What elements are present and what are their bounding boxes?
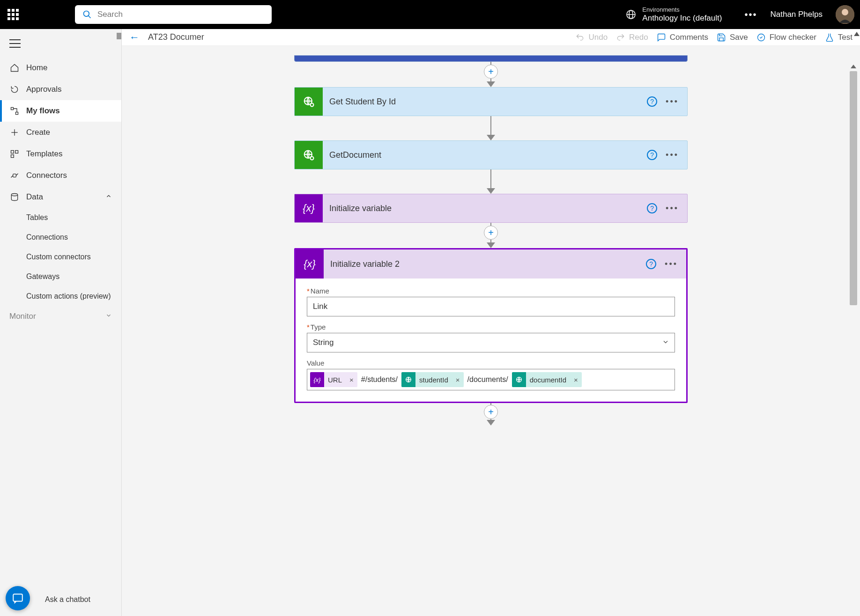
environment-name: Anthology Inc (default) — [642, 14, 722, 23]
flow-canvas[interactable]: + Get Student By Id ?••• GetDocument ?••… — [122, 46, 860, 616]
comments-button[interactable]: Comments — [657, 33, 708, 42]
test-button[interactable]: Test — [825, 33, 853, 42]
name-input[interactable] — [307, 297, 675, 316]
variable-icon: {x} — [310, 372, 324, 387]
help-icon[interactable]: ? — [647, 203, 657, 213]
step-initialize-variable[interactable]: {x} Initialize variable ?••• — [294, 194, 688, 223]
step-get-document[interactable]: GetDocument ?••• — [294, 140, 688, 169]
avatar[interactable] — [836, 5, 854, 24]
sidebar-item-label: Custom actions (preview) — [26, 292, 111, 301]
http-icon — [295, 141, 323, 169]
sidebar-item-create[interactable]: Create — [0, 122, 121, 143]
sidebar-item-connectors[interactable]: Connectors — [0, 165, 121, 186]
step-title: GetDocument — [323, 150, 647, 160]
arrow-icon — [487, 135, 495, 140]
connectors-icon — [9, 170, 20, 181]
sidebar-item-my-flows[interactable]: My flows — [0, 100, 121, 122]
type-select[interactable] — [307, 333, 675, 352]
sidebar-item-label: Create — [26, 128, 50, 137]
svg-point-6 — [842, 9, 848, 15]
plus-icon — [9, 127, 20, 138]
sidebar-item-label: My flows — [26, 106, 60, 116]
redo-label: Redo — [629, 33, 648, 42]
help-icon[interactable]: ? — [647, 150, 657, 160]
help-icon[interactable]: ? — [646, 259, 656, 269]
arrow-icon — [487, 81, 495, 87]
chatbot-button[interactable] — [6, 586, 30, 610]
token-remove-button[interactable]: × — [570, 372, 582, 387]
add-step-button[interactable]: + — [484, 405, 498, 419]
redo-button[interactable]: Redo — [616, 33, 648, 42]
svg-rect-7 — [11, 108, 14, 110]
canvas-scrollbar[interactable] — [850, 65, 857, 305]
sidebar-item-tables[interactable]: Tables — [26, 208, 121, 227]
topbar-more-button[interactable]: ••• — [744, 9, 757, 20]
data-icon — [9, 192, 20, 202]
sidebar-scrollbar[interactable] — [117, 33, 121, 39]
token-label: documentId — [526, 372, 570, 387]
sidebar-item-home[interactable]: Home — [0, 57, 121, 79]
type-field-label: *Type — [307, 323, 675, 331]
svg-rect-16 — [13, 594, 22, 601]
globe-icon — [625, 9, 637, 20]
flow-title: AT23 Documer — [148, 32, 204, 42]
sidebar-item-custom-connectors[interactable]: Custom connectors — [26, 247, 121, 267]
token-remove-button[interactable]: × — [452, 372, 464, 387]
step-title: Get Student By Id — [323, 97, 647, 107]
sidebar-item-monitor[interactable]: Monitor — [0, 306, 121, 327]
sidebar-item-label: Templates — [26, 149, 62, 159]
home-icon — [9, 63, 20, 73]
command-bar: ← AT23 Documer Undo Redo Comments Save F… — [122, 29, 860, 46]
undo-label: Undo — [588, 33, 608, 42]
token-document-id[interactable]: documentId × — [512, 372, 582, 387]
token-url[interactable]: {x} URL × — [310, 372, 357, 387]
sidebar-item-gateways[interactable]: Gateways — [26, 267, 121, 286]
flows-icon — [9, 106, 20, 116]
step-more-button[interactable]: ••• — [665, 259, 678, 269]
step-title: Initialize variable — [323, 204, 647, 213]
add-step-button[interactable]: + — [484, 65, 498, 79]
value-input[interactable]: {x} URL × #/students/ studentId × — [307, 369, 675, 390]
http-icon — [295, 88, 323, 116]
step-initialize-variable-2[interactable]: {x} Initialize variable 2 ?••• *Name *Ty… — [294, 248, 688, 403]
environment-label: Environments — [642, 6, 722, 14]
sidebar-item-label: Home — [26, 63, 47, 73]
sidebar-item-label: Data — [26, 192, 43, 202]
sidebar-item-custom-actions[interactable]: Custom actions (preview) — [26, 286, 121, 306]
undo-button[interactable]: Undo — [575, 33, 608, 42]
sidebar-item-label: Connections — [26, 233, 68, 242]
help-icon[interactable]: ? — [647, 96, 657, 107]
step-get-student-by-id[interactable]: Get Student By Id ?••• — [294, 87, 688, 116]
sidebar-item-data[interactable]: Data — [0, 186, 121, 208]
add-step-button[interactable]: + — [484, 226, 498, 240]
step-title: Initialize variable 2 — [324, 259, 646, 269]
sidebar-toggle[interactable] — [0, 29, 121, 52]
svg-point-19 — [311, 103, 314, 107]
chevron-down-icon — [105, 312, 112, 321]
collapsed-step-stub[interactable] — [294, 55, 688, 62]
save-button[interactable]: Save — [717, 33, 748, 42]
variable-icon: {x} — [295, 194, 323, 222]
sidebar-item-connections[interactable]: Connections — [26, 227, 121, 247]
step-more-button[interactable]: ••• — [666, 150, 679, 160]
svg-rect-13 — [11, 155, 14, 158]
flow-checker-button[interactable]: Flow checker — [756, 33, 816, 42]
sidebar-item-label: Tables — [26, 213, 48, 222]
top-bar: Environments Anthology Inc (default) •••… — [0, 0, 860, 29]
search-input[interactable] — [97, 10, 264, 19]
sidebar-item-templates[interactable]: Templates — [0, 143, 121, 165]
step-more-button[interactable]: ••• — [666, 97, 679, 107]
environment-picker[interactable]: Environments Anthology Inc (default) — [625, 6, 722, 23]
svg-rect-12 — [15, 151, 18, 154]
token-student-id[interactable]: studentId × — [401, 372, 463, 387]
token-remove-button[interactable]: × — [346, 372, 357, 387]
waffle-icon — [7, 9, 19, 20]
sidebar-item-label: Approvals — [26, 85, 62, 94]
step-more-button[interactable]: ••• — [666, 204, 679, 213]
svg-line-1 — [89, 16, 91, 18]
sidebar-item-approvals[interactable]: Approvals — [0, 79, 121, 100]
app-launcher-button[interactable] — [6, 7, 21, 22]
back-button[interactable]: ← — [129, 31, 140, 44]
approvals-icon — [9, 84, 20, 95]
search-box[interactable] — [75, 5, 272, 24]
